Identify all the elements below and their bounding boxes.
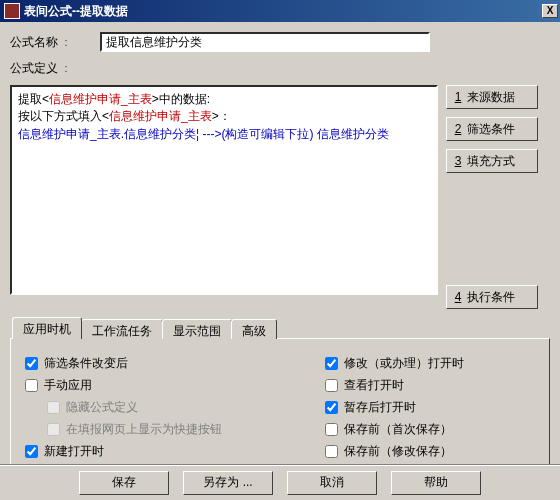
chk-label: 在填报网页上显示为快捷按钮 <box>66 421 222 438</box>
chk-manual-apply[interactable] <box>25 379 38 392</box>
side-buttons: 1来源数据 2筛选条件 3填充方式 4执行条件 <box>446 85 538 309</box>
formula-name-input[interactable] <box>100 32 430 52</box>
formula-source-table: 信息维护申请_主表 <box>49 92 152 106</box>
chk-label: 隐藏公式定义 <box>66 399 138 416</box>
tab-advanced[interactable]: 高级 <box>231 319 277 339</box>
chk-label: 筛选条件改变后 <box>44 355 128 372</box>
tab-container: 应用时机 工作流任务 显示范围 高级 筛选条件改变后 手动应用 隐藏公式定义 在… <box>10 317 550 486</box>
formula-def-row: 公式定义： <box>10 60 550 77</box>
formula-name-label: 公式名称： <box>10 34 100 51</box>
app-icon <box>4 3 20 19</box>
chk-after-filter-change[interactable] <box>25 357 38 370</box>
saveas-button[interactable]: 另存为 ... <box>183 471 273 495</box>
tab-workflow[interactable]: 工作流任务 <box>81 319 163 339</box>
chk-before-save-modify[interactable] <box>325 445 338 458</box>
chk-open-new[interactable] <box>25 445 38 458</box>
close-icon[interactable]: X <box>542 4 558 18</box>
chk-label: 手动应用 <box>44 377 92 394</box>
formula-text: 提取< <box>18 92 49 106</box>
chk-label: 保存前（首次保存） <box>344 421 452 438</box>
formula-name-row: 公式名称： <box>10 32 550 52</box>
formula-text: 按以下方式填入< <box>18 109 109 123</box>
formula-text: >： <box>212 109 231 123</box>
chk-label: 保存前（修改保存） <box>344 443 452 460</box>
formula-text: >中的数据: <box>152 92 210 106</box>
exec-condition-button[interactable]: 4执行条件 <box>446 285 538 309</box>
formula-definition-area[interactable]: 提取<信息维护申请_主表>中的数据: 按以下方式填入<信息维护申请_主表>： 信… <box>10 85 438 295</box>
filter-condition-button[interactable]: 2筛选条件 <box>446 117 538 141</box>
source-data-button[interactable]: 1来源数据 <box>446 85 538 109</box>
save-button[interactable]: 保存 <box>79 471 169 495</box>
window-title: 表间公式--提取数据 <box>24 3 128 20</box>
chk-label: 查看打开时 <box>344 377 404 394</box>
chk-label: 新建打开时 <box>44 443 104 460</box>
tab-scope[interactable]: 显示范围 <box>162 319 232 339</box>
cancel-button[interactable]: 取消 <box>287 471 377 495</box>
formula-target-table: 信息维护申请_主表 <box>109 109 212 123</box>
chk-hide-formula-def <box>47 401 60 414</box>
bottom-bar: 保存 另存为 ... 取消 帮助 <box>0 464 560 500</box>
help-button[interactable]: 帮助 <box>391 471 481 495</box>
chk-show-shortcut-web <box>47 423 60 436</box>
chk-label: 修改（或办理）打开时 <box>344 355 464 372</box>
chk-before-save-first[interactable] <box>325 423 338 436</box>
titlebar: 表间公式--提取数据 X <box>0 0 560 22</box>
formula-mapping: 信息维护申请_主表.信息维护分类¦ --->(构造可编辑下拉) 信息维护分类 <box>18 127 389 141</box>
fill-mode-button[interactable]: 3填充方式 <box>446 149 538 173</box>
chk-open-after-tempsave[interactable] <box>325 401 338 414</box>
tab-timing[interactable]: 应用时机 <box>12 317 82 339</box>
chk-open-view[interactable] <box>325 379 338 392</box>
formula-def-label: 公式定义： <box>10 60 100 77</box>
chk-label: 暂存后打开时 <box>344 399 416 416</box>
chk-open-modify[interactable] <box>325 357 338 370</box>
